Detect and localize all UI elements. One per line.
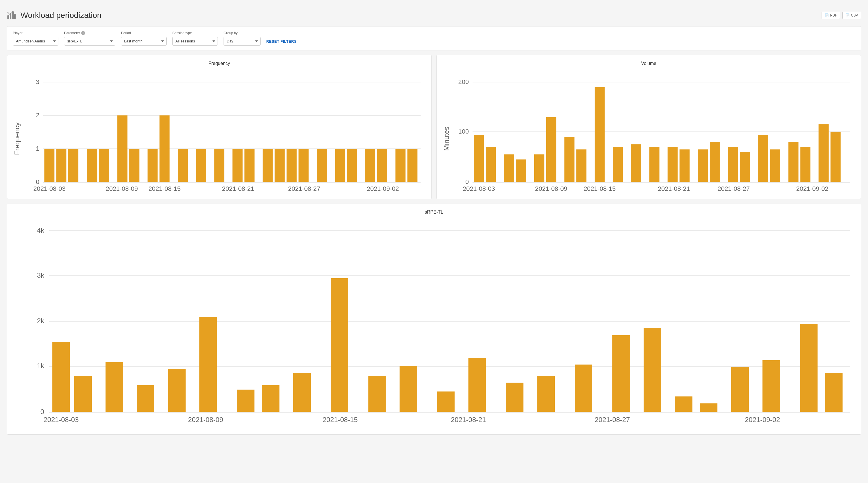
svg-rect-68	[728, 147, 738, 182]
svg-rect-29	[286, 149, 297, 182]
svg-rect-99	[237, 390, 255, 412]
svg-rect-30	[299, 149, 308, 182]
svg-rect-36	[396, 149, 405, 182]
svg-text:2021-09-02: 2021-09-02	[745, 416, 780, 423]
svg-rect-113	[700, 403, 718, 412]
svg-rect-95	[106, 362, 123, 412]
reset-filters-button[interactable]: RESET FILTERS	[266, 37, 297, 46]
svg-rect-26	[244, 149, 254, 182]
svg-rect-22	[178, 149, 188, 182]
svg-rect-32	[335, 149, 345, 182]
svg-rect-72	[788, 142, 798, 182]
frequency-chart-title: Frequency	[12, 61, 427, 66]
svg-text:2021-08-21: 2021-08-21	[451, 416, 486, 423]
svg-rect-0	[7, 16, 9, 19]
svg-rect-33	[347, 149, 357, 182]
pdf-icon: 📄	[825, 13, 829, 18]
svg-text:2021-08-09: 2021-08-09	[535, 185, 567, 192]
svg-rect-65	[680, 150, 689, 182]
svg-rect-71	[770, 150, 780, 182]
svg-rect-116	[800, 324, 817, 412]
svg-text:2021-09-02: 2021-09-02	[796, 185, 829, 192]
svg-text:2021-08-21: 2021-08-21	[222, 185, 254, 192]
svg-text:2k: 2k	[37, 317, 44, 325]
svg-rect-100	[262, 385, 280, 412]
svg-rect-17	[99, 149, 109, 182]
svg-text:1: 1	[36, 145, 39, 152]
svg-rect-59	[577, 150, 586, 182]
session-type-select[interactable]: All sessions Training Match	[172, 37, 218, 46]
svg-rect-93	[53, 342, 70, 412]
svg-rect-107	[506, 383, 524, 412]
volume-chart-title: Volume	[441, 61, 856, 66]
svg-rect-67	[710, 142, 720, 182]
svg-text:2021-08-09: 2021-08-09	[188, 416, 223, 423]
svg-rect-102	[331, 278, 348, 412]
svg-text:3: 3	[36, 78, 39, 85]
svg-rect-19	[129, 149, 139, 182]
srpe-chart-title: sRPE-TL	[12, 210, 856, 215]
svg-rect-103	[368, 375, 386, 412]
svg-rect-13	[44, 149, 54, 182]
svg-rect-110	[612, 335, 630, 412]
period-filter: Period Last month Last week Last 3 month…	[121, 31, 166, 46]
info-icon[interactable]: i	[81, 31, 85, 35]
svg-rect-104	[400, 366, 417, 412]
svg-rect-21	[159, 115, 169, 182]
svg-rect-53	[486, 147, 496, 182]
export-buttons: 📄 PDF 📄 CSV	[822, 12, 861, 19]
svg-rect-15	[68, 149, 78, 182]
csv-button[interactable]: 📄 CSV	[842, 12, 861, 19]
svg-rect-16	[87, 149, 97, 182]
pdf-button[interactable]: 📄 PDF	[822, 12, 840, 19]
svg-rect-115	[762, 360, 780, 412]
svg-rect-111	[644, 328, 661, 412]
svg-rect-54	[504, 154, 514, 182]
svg-rect-69	[740, 152, 750, 182]
svg-rect-57	[546, 117, 556, 182]
svg-text:2021-08-15: 2021-08-15	[323, 416, 358, 423]
svg-text:2021-08-15: 2021-08-15	[584, 185, 616, 192]
svg-rect-109	[575, 365, 592, 412]
svg-rect-66	[698, 150, 708, 182]
svg-text:2021-08-03: 2021-08-03	[43, 416, 79, 423]
svg-rect-63	[649, 147, 659, 182]
period-select[interactable]: Last month Last week Last 3 months Custo…	[121, 37, 166, 46]
svg-rect-28	[275, 149, 284, 182]
svg-rect-31	[317, 149, 327, 182]
parameter-select[interactable]: sRPE-TL	[64, 37, 115, 46]
svg-text:3k: 3k	[37, 271, 44, 279]
svg-rect-61	[613, 147, 623, 182]
svg-text:4k: 4k	[37, 226, 44, 234]
csv-icon: 📄	[845, 13, 850, 18]
player-label: Player	[13, 31, 58, 35]
group-by-select[interactable]: Day Week Month	[223, 37, 260, 46]
player-select[interactable]: Amundsen Andris	[13, 37, 58, 46]
svg-text:200: 200	[458, 78, 469, 85]
svg-text:2021-08-27: 2021-08-27	[288, 185, 320, 192]
svg-rect-62	[631, 144, 641, 182]
svg-rect-27	[262, 149, 273, 182]
svg-rect-3	[14, 14, 16, 19]
svg-rect-23	[196, 149, 206, 182]
svg-rect-56	[534, 154, 544, 182]
svg-text:2021-09-02: 2021-09-02	[367, 185, 399, 192]
frequency-chart-svg: Frequency 3 2 1 0	[12, 69, 427, 195]
svg-text:Frequency: Frequency	[13, 122, 21, 155]
page-title: Workload periodization	[21, 11, 101, 20]
group-by-label: Group by	[223, 31, 260, 35]
svg-text:2021-08-21: 2021-08-21	[658, 185, 690, 192]
svg-text:2021-08-15: 2021-08-15	[148, 185, 181, 192]
svg-rect-58	[564, 137, 575, 182]
srpe-chart-container: 4k 3k 2k 1k 0	[12, 218, 856, 431]
svg-rect-14	[56, 149, 66, 182]
filter-bar: Player Amundsen Andris Parameter i sRPE-…	[7, 26, 861, 51]
svg-rect-101	[293, 373, 311, 412]
svg-rect-98	[199, 317, 217, 412]
svg-rect-18	[117, 115, 127, 182]
svg-text:0: 0	[465, 178, 469, 185]
group-by-filter: Group by Day Week Month	[223, 31, 260, 46]
svg-rect-20	[148, 149, 157, 182]
svg-rect-35	[377, 149, 387, 182]
svg-rect-106	[468, 358, 486, 412]
